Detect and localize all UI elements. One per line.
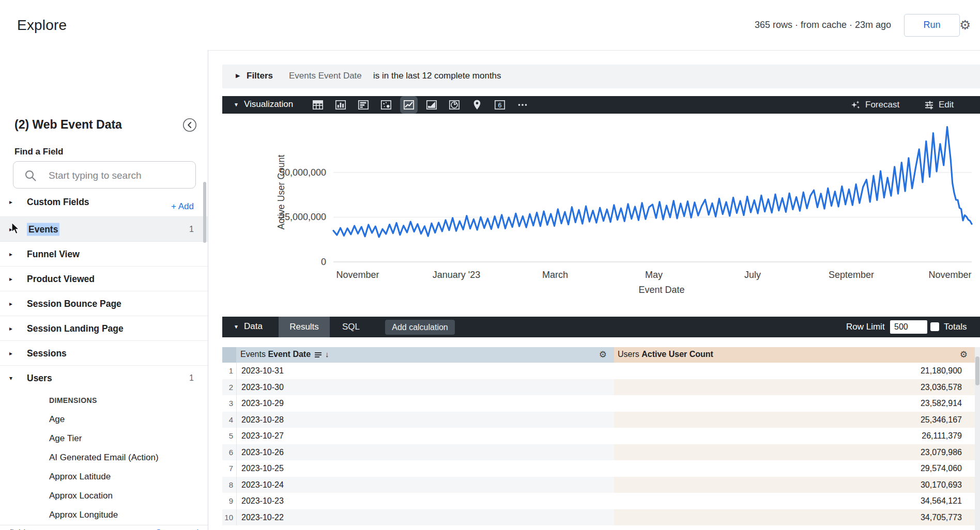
tab-sql[interactable]: SQL [330, 317, 372, 337]
active-user-count-cell[interactable]: 29,574,060 [614, 460, 975, 477]
dimension-label[interactable]: Approx Longitude [49, 510, 118, 520]
forecast-button[interactable]: Forecast [851, 96, 899, 114]
mouse-cursor [11, 223, 23, 235]
get-started-link[interactable]: Get started [155, 528, 198, 530]
sidebar-group-custom-fields[interactable]: ▸Custom Fields+ Add [0, 185, 208, 217]
row-limit-label: Row Limit [846, 317, 885, 337]
bar-chart-icon[interactable] [357, 98, 370, 112]
data-collapse-icon[interactable]: ▼ [234, 324, 239, 330]
sidebar-group-funnel-view[interactable]: ▸Funnel View [0, 242, 208, 267]
pie-chart-icon[interactable] [448, 98, 461, 112]
active-user-count-cell[interactable]: 34,705,773 [614, 509, 975, 526]
chevron-down-icon[interactable]: ▾ [9, 375, 12, 382]
fields-in-use-count: 1 [189, 373, 194, 383]
group-label[interactable]: Session Landing Page [27, 323, 124, 334]
dimension-label[interactable]: Approx Latitude [49, 472, 111, 482]
single-value-icon[interactable]: 6 [493, 98, 507, 112]
visualization-collapse-icon[interactable]: ▼ [234, 102, 239, 107]
event-date-cell[interactable]: 2023-10-23 [237, 493, 614, 509]
event-date-column-header[interactable]: Events Event Date↓ ⚙ [237, 347, 614, 363]
line-chart-icon[interactable] [402, 98, 416, 112]
dimension-approx-longitude[interactable]: Approx Longitude [0, 505, 208, 524]
filters-bar[interactable]: ▶ Filters Events Event Date is in the la… [222, 65, 980, 88]
group-label[interactable]: Events [27, 223, 59, 236]
sort-desc-arrow-icon: ↓ [325, 350, 329, 358]
event-date-cell[interactable]: 2023-10-29 [237, 395, 614, 412]
event-date-cell[interactable]: 2023-10-31 [237, 363, 614, 379]
scatter-chart-icon[interactable] [379, 98, 393, 112]
column-gear-icon[interactable]: ⚙ [599, 349, 607, 360]
group-label[interactable]: Sessions [27, 348, 67, 358]
explore-title: (2) Web Event Data [14, 118, 122, 132]
chevron-right-icon[interactable]: ▸ [9, 251, 12, 258]
group-label[interactable]: Custom Fields [27, 197, 89, 208]
chevron-right-icon[interactable]: ▸ [9, 275, 12, 283]
edit-viz-button[interactable]: Edit [924, 96, 954, 114]
add-custom-field-button[interactable]: + Add [171, 201, 194, 212]
dimension-label[interactable]: Age Tier [49, 433, 82, 444]
dimension-approx-location[interactable]: Approx Location [0, 486, 208, 505]
active-user-count-column-header[interactable]: Users Active User Count ⚙ [614, 347, 975, 363]
dimension-approx-latitude[interactable]: Approx Latitude [0, 467, 208, 486]
dimension-age[interactable]: Age [0, 410, 208, 429]
event-date-cell[interactable]: 2023-10-25 [237, 460, 614, 477]
chevron-right-icon[interactable]: ▸ [9, 300, 12, 307]
chevron-right-icon[interactable]: ▸ [9, 198, 12, 206]
chevron-right-icon[interactable]: ▸ [9, 350, 12, 357]
collapse-sidebar-button[interactable] [182, 118, 197, 132]
active-user-count-cell[interactable]: 30,170,693 [614, 477, 975, 493]
active-user-count-cell[interactable]: 23,079,986 [614, 444, 975, 461]
sidebar-group-sessions[interactable]: ▸Sessions [0, 341, 208, 366]
add-calculation-button[interactable]: Add calculation [385, 320, 455, 335]
active-user-count-cell[interactable]: 34,564,121 [614, 493, 975, 509]
gear-icon[interactable]: ⚙ [959, 17, 971, 33]
explore-page: Explore 365 rows · from cache · 23m ago … [0, 0, 980, 530]
active-user-count-cell[interactable]: 26,111,379 [614, 428, 975, 444]
column-gear-icon[interactable]: ⚙ [960, 349, 968, 360]
chevron-right-icon[interactable]: ▸ [9, 325, 12, 332]
sidebar-group-session-landing-page[interactable]: ▸Session Landing Page [0, 316, 208, 341]
search-input[interactable] [48, 162, 194, 189]
dimension-label[interactable]: AI Generated Email (Action) [49, 453, 159, 463]
svg-text:November: November [336, 270, 379, 280]
table-icon[interactable] [311, 98, 325, 112]
event-date-cell[interactable]: 2023-10-30 [237, 379, 614, 396]
dimension-ai-generated-email-action[interactable]: AI Generated Email (Action) [0, 448, 208, 467]
active-user-count-cell[interactable]: 23,582,914 [614, 395, 975, 412]
event-date-cell[interactable]: 2023-10-26 [237, 444, 614, 461]
sidebar-group-product-viewed[interactable]: ▸Product Viewed [0, 267, 208, 291]
dimension-label[interactable]: Age [49, 414, 65, 425]
event-date-cell[interactable]: 2023-10-24 [237, 477, 614, 493]
table-scrollbar-thumb[interactable] [975, 356, 979, 385]
group-label[interactable]: Users [27, 373, 52, 384]
group-label[interactable]: Product Viewed [27, 273, 95, 284]
totals-checkbox[interactable] [930, 322, 939, 331]
area-chart-icon[interactable] [425, 98, 438, 112]
event-date-cell[interactable]: 2023-10-28 [237, 412, 614, 428]
dimensions-section-row: DIMENSIONS [0, 391, 208, 410]
sidebar-group-events[interactable]: ▸Events1 [0, 217, 208, 242]
line-chart-canvas[interactable]: 025,000,00050,000,000NovemberJanuary '23… [222, 115, 977, 311]
event-date-cell[interactable]: 2023-10-27 [237, 428, 614, 444]
row-number-cell: 2 [222, 379, 237, 396]
group-label[interactable]: Session Bounce Page [27, 298, 121, 309]
sidebar-group-session-bounce-page[interactable]: ▸Session Bounce Page [0, 291, 208, 316]
map-chart-icon[interactable] [470, 98, 484, 112]
dimension-age-tier[interactable]: Age Tier [0, 429, 208, 448]
run-button[interactable]: Run [904, 14, 960, 37]
filters-expand-icon[interactable]: ▶ [236, 72, 240, 79]
active-user-count-cell[interactable]: 25,346,167 [614, 412, 975, 428]
row-limit-input[interactable] [890, 320, 927, 334]
event-date-cell[interactable]: 2023-10-22 [237, 509, 614, 526]
sidebar-group-users[interactable]: ▾Users1 [0, 366, 208, 391]
tab-results[interactable]: Results [279, 317, 330, 337]
group-label[interactable]: Funnel View [27, 248, 80, 259]
field-search-box[interactable] [13, 161, 196, 189]
dimension-label[interactable]: Approx Location [49, 491, 113, 501]
active-user-count-cell[interactable]: 21,180,900 [614, 363, 975, 379]
results-table-header: Events Event Date↓ ⚙ Users Active User C… [222, 347, 975, 363]
more-viz-icon[interactable] [516, 98, 529, 112]
sidebar-scrollbar[interactable] [203, 182, 206, 243]
active-user-count-cell[interactable]: 23,036,578 [614, 379, 975, 396]
column-chart-icon[interactable] [334, 98, 347, 112]
